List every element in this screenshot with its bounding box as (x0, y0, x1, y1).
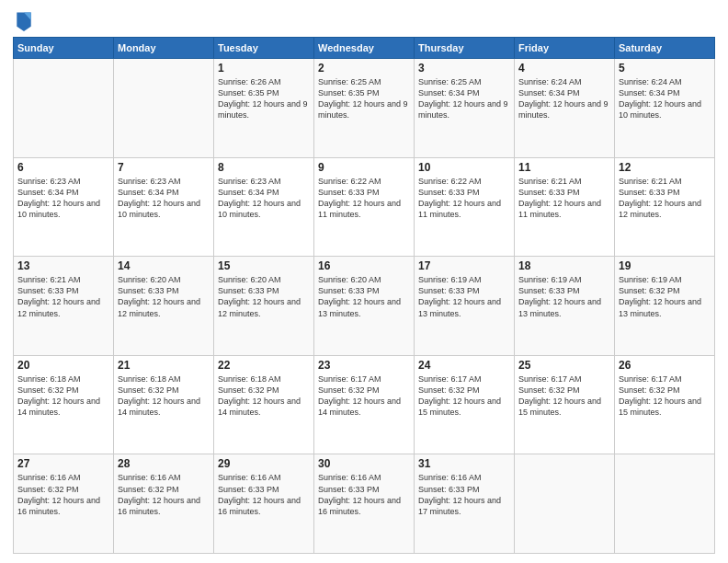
day-info: Sunrise: 6:25 AM Sunset: 6:35 PM Dayligh… (318, 76, 410, 121)
calendar-cell (515, 454, 615, 554)
calendar-table: SundayMondayTuesdayWednesdayThursdayFrid… (13, 37, 715, 554)
calendar-cell: 20Sunrise: 6:18 AM Sunset: 6:32 PM Dayli… (14, 355, 114, 454)
calendar-cell: 21Sunrise: 6:18 AM Sunset: 6:32 PM Dayli… (114, 355, 214, 454)
day-number: 3 (418, 62, 510, 75)
day-number: 22 (218, 359, 310, 372)
day-number: 30 (318, 457, 410, 470)
weekday-header-tuesday: Tuesday (214, 38, 314, 59)
day-info: Sunrise: 6:18 AM Sunset: 6:32 PM Dayligh… (218, 373, 310, 419)
day-number: 29 (218, 457, 310, 470)
weekday-header-saturday: Saturday (615, 38, 715, 59)
day-number: 27 (17, 457, 109, 470)
calendar-cell: 9Sunrise: 6:22 AM Sunset: 6:33 PM Daylig… (314, 157, 415, 257)
day-info: Sunrise: 6:18 AM Sunset: 6:32 PM Dayligh… (17, 373, 109, 419)
calendar-cell: 14Sunrise: 6:20 AM Sunset: 6:33 PM Dayli… (114, 257, 214, 356)
calendar-cell: 15Sunrise: 6:20 AM Sunset: 6:33 PM Dayli… (214, 257, 314, 356)
day-number: 19 (619, 259, 711, 272)
day-number: 23 (318, 359, 410, 372)
day-info: Sunrise: 6:24 AM Sunset: 6:34 PM Dayligh… (518, 76, 610, 121)
day-info: Sunrise: 6:20 AM Sunset: 6:33 PM Dayligh… (118, 274, 210, 319)
day-info: Sunrise: 6:23 AM Sunset: 6:34 PM Dayligh… (118, 176, 210, 221)
calendar-cell: 10Sunrise: 6:22 AM Sunset: 6:33 PM Dayli… (415, 157, 515, 257)
day-info: Sunrise: 6:21 AM Sunset: 6:33 PM Dayligh… (619, 176, 711, 221)
calendar-cell: 30Sunrise: 6:16 AM Sunset: 6:33 PM Dayli… (314, 454, 415, 554)
week-row-3: 13Sunrise: 6:21 AM Sunset: 6:33 PM Dayli… (14, 257, 715, 356)
day-info: Sunrise: 6:16 AM Sunset: 6:32 PM Dayligh… (17, 472, 109, 517)
calendar-cell: 3Sunrise: 6:25 AM Sunset: 6:34 PM Daylig… (415, 59, 515, 158)
calendar-cell (615, 454, 715, 554)
day-info: Sunrise: 6:20 AM Sunset: 6:33 PM Dayligh… (218, 274, 310, 319)
day-number: 1 (218, 62, 310, 75)
calendar-cell: 19Sunrise: 6:19 AM Sunset: 6:32 PM Dayli… (615, 257, 715, 356)
day-info: Sunrise: 6:26 AM Sunset: 6:35 PM Dayligh… (218, 76, 310, 121)
day-number: 26 (619, 359, 711, 372)
day-info: Sunrise: 6:16 AM Sunset: 6:33 PM Dayligh… (218, 472, 310, 517)
calendar-cell: 29Sunrise: 6:16 AM Sunset: 6:33 PM Dayli… (214, 454, 314, 554)
calendar-cell: 18Sunrise: 6:19 AM Sunset: 6:33 PM Dayli… (515, 257, 615, 356)
header (13, 9, 715, 31)
logo (13, 9, 35, 31)
calendar-cell: 4Sunrise: 6:24 AM Sunset: 6:34 PM Daylig… (515, 59, 615, 158)
day-number: 2 (318, 62, 410, 75)
day-number: 20 (17, 359, 109, 372)
day-number: 25 (518, 359, 610, 372)
day-number: 14 (118, 259, 210, 272)
day-info: Sunrise: 6:18 AM Sunset: 6:32 PM Dayligh… (118, 373, 210, 419)
calendar-cell: 24Sunrise: 6:17 AM Sunset: 6:32 PM Dayli… (415, 355, 515, 454)
day-info: Sunrise: 6:21 AM Sunset: 6:33 PM Dayligh… (518, 176, 610, 221)
day-number: 21 (118, 359, 210, 372)
calendar-cell: 22Sunrise: 6:18 AM Sunset: 6:32 PM Dayli… (214, 355, 314, 454)
weekday-header-monday: Monday (114, 38, 214, 59)
weekday-header-row: SundayMondayTuesdayWednesdayThursdayFrid… (14, 38, 715, 59)
day-info: Sunrise: 6:16 AM Sunset: 6:32 PM Dayligh… (118, 472, 210, 517)
week-row-2: 6Sunrise: 6:23 AM Sunset: 6:34 PM Daylig… (14, 157, 715, 257)
day-number: 31 (418, 457, 510, 470)
day-info: Sunrise: 6:16 AM Sunset: 6:33 PM Dayligh… (318, 472, 410, 517)
day-number: 24 (418, 359, 510, 372)
calendar-cell: 12Sunrise: 6:21 AM Sunset: 6:33 PM Dayli… (615, 157, 715, 257)
day-info: Sunrise: 6:19 AM Sunset: 6:33 PM Dayligh… (518, 274, 610, 319)
day-number: 13 (17, 259, 109, 272)
day-info: Sunrise: 6:19 AM Sunset: 6:33 PM Dayligh… (418, 274, 510, 319)
calendar-cell: 6Sunrise: 6:23 AM Sunset: 6:34 PM Daylig… (14, 157, 114, 257)
day-info: Sunrise: 6:23 AM Sunset: 6:34 PM Dayligh… (218, 176, 310, 221)
weekday-header-thursday: Thursday (415, 38, 515, 59)
day-number: 11 (518, 161, 610, 174)
calendar-cell: 17Sunrise: 6:19 AM Sunset: 6:33 PM Dayli… (415, 257, 515, 356)
day-info: Sunrise: 6:25 AM Sunset: 6:34 PM Dayligh… (418, 76, 510, 121)
calendar-cell: 5Sunrise: 6:24 AM Sunset: 6:34 PM Daylig… (615, 59, 715, 158)
calendar-cell (114, 59, 214, 158)
weekday-header-friday: Friday (515, 38, 615, 59)
day-number: 7 (118, 161, 210, 174)
calendar-cell: 27Sunrise: 6:16 AM Sunset: 6:32 PM Dayli… (14, 454, 114, 554)
day-number: 8 (218, 161, 310, 174)
calendar-cell: 23Sunrise: 6:17 AM Sunset: 6:32 PM Dayli… (314, 355, 415, 454)
day-number: 9 (318, 161, 410, 174)
calendar-cell: 28Sunrise: 6:16 AM Sunset: 6:32 PM Dayli… (114, 454, 214, 554)
day-info: Sunrise: 6:17 AM Sunset: 6:32 PM Dayligh… (619, 373, 711, 419)
day-number: 28 (118, 457, 210, 470)
day-info: Sunrise: 6:22 AM Sunset: 6:33 PM Dayligh… (318, 176, 410, 221)
day-number: 6 (17, 161, 109, 174)
day-info: Sunrise: 6:20 AM Sunset: 6:33 PM Dayligh… (318, 274, 410, 319)
week-row-5: 27Sunrise: 6:16 AM Sunset: 6:32 PM Dayli… (14, 454, 715, 554)
day-number: 15 (218, 259, 310, 272)
page: SundayMondayTuesdayWednesdayThursdayFrid… (0, 0, 728, 563)
weekday-header-wednesday: Wednesday (314, 38, 415, 59)
day-info: Sunrise: 6:19 AM Sunset: 6:32 PM Dayligh… (619, 274, 711, 319)
weekday-header-sunday: Sunday (14, 38, 114, 59)
calendar-cell: 1Sunrise: 6:26 AM Sunset: 6:35 PM Daylig… (214, 59, 314, 158)
week-row-1: 1Sunrise: 6:26 AM Sunset: 6:35 PM Daylig… (14, 59, 715, 158)
day-number: 16 (318, 259, 410, 272)
day-info: Sunrise: 6:22 AM Sunset: 6:33 PM Dayligh… (418, 176, 510, 221)
calendar-cell: 25Sunrise: 6:17 AM Sunset: 6:32 PM Dayli… (515, 355, 615, 454)
day-info: Sunrise: 6:17 AM Sunset: 6:32 PM Dayligh… (318, 373, 410, 419)
calendar-cell: 2Sunrise: 6:25 AM Sunset: 6:35 PM Daylig… (314, 59, 415, 158)
logo-icon (15, 9, 33, 31)
day-info: Sunrise: 6:21 AM Sunset: 6:33 PM Dayligh… (17, 274, 109, 319)
day-info: Sunrise: 6:17 AM Sunset: 6:32 PM Dayligh… (418, 373, 510, 419)
week-row-4: 20Sunrise: 6:18 AM Sunset: 6:32 PM Dayli… (14, 355, 715, 454)
day-info: Sunrise: 6:24 AM Sunset: 6:34 PM Dayligh… (619, 76, 711, 121)
calendar-cell: 31Sunrise: 6:16 AM Sunset: 6:33 PM Dayli… (415, 454, 515, 554)
day-number: 12 (619, 161, 711, 174)
